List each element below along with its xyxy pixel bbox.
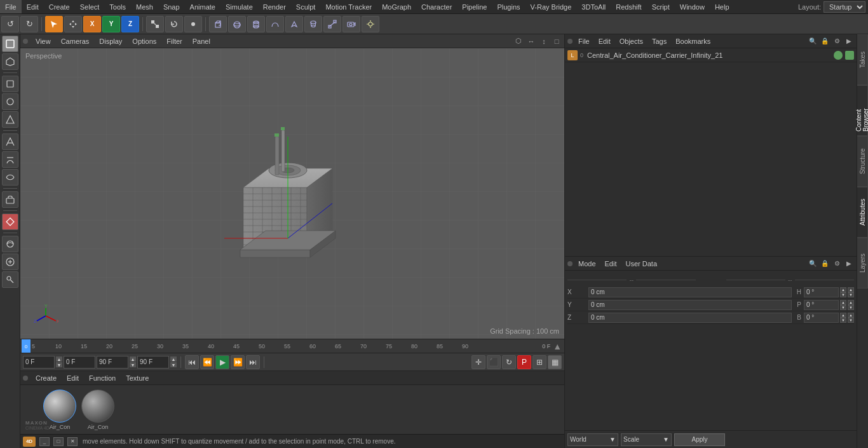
attr-x1-down[interactable]: ▼ [848, 292, 854, 297]
attr-x1-up[interactable]: ▲ [848, 287, 854, 292]
obj-vis-green-2[interactable] [845, 51, 854, 60]
world-dropdown[interactable]: World ▼ [567, 433, 618, 446]
menu-file[interactable]: File [0, 0, 22, 13]
viewport-menu-display[interactable]: Display [97, 37, 125, 46]
sidebar-tool-2[interactable] [2, 93, 18, 110]
menu-pipeline[interactable]: Pipeline [457, 0, 492, 13]
goto-start-button[interactable]: ⏮ [185, 355, 199, 369]
undo-button[interactable]: ↺ [1, 16, 19, 32]
pen-button[interactable] [285, 16, 303, 32]
obj-expand-icon[interactable]: ▶ [844, 36, 854, 46]
sidebar-tool-4[interactable] [2, 133, 18, 150]
obj-vis-green-1[interactable] [834, 51, 843, 60]
attr-input-y1[interactable]: 0 cm [588, 300, 792, 310]
select-tool-button[interactable] [45, 16, 63, 32]
scale2-button[interactable] [184, 16, 202, 32]
current-frame-display[interactable]: 0 F [64, 356, 95, 369]
status-minimize-button[interactable]: _ [39, 437, 50, 446]
attr-z1-down[interactable]: ▼ [848, 318, 854, 323]
menu-redshift[interactable]: Redshift [611, 0, 646, 13]
attr-z1-up[interactable]: ▲ [848, 313, 854, 318]
obj-menu-bookmarks[interactable]: Bookmarks [672, 37, 714, 46]
obj-menu-tags[interactable]: Tags [649, 37, 670, 46]
pc-tool-3[interactable]: ↻ [502, 355, 516, 369]
attr-settings-icon[interactable]: ⚙ [832, 259, 842, 269]
next-frame-button[interactable]: ⏩ [231, 355, 245, 369]
attr-menu-userdata[interactable]: User Data [623, 259, 661, 268]
menu-create[interactable]: Create [44, 0, 75, 13]
pc-tool-1[interactable]: ✛ [471, 355, 485, 369]
layout-select[interactable]: Startup [824, 1, 865, 13]
attr-input-b[interactable]: 0 ° [804, 313, 839, 323]
attr-b-down[interactable]: ▼ [840, 318, 846, 323]
menu-tools[interactable]: Tools [104, 0, 131, 13]
menu-animate[interactable]: Animate [185, 0, 220, 13]
sidebar-tool-5[interactable] [2, 151, 18, 168]
viewport-icon-arrow-v[interactable]: ↕ [539, 36, 549, 46]
menu-mograph[interactable]: MoGraph [377, 0, 416, 13]
attr-input-x1[interactable]: 0 cm [588, 287, 792, 297]
frame-down-button[interactable]: ▼ [56, 362, 62, 367]
apply-button[interactable]: Apply [674, 433, 725, 446]
pc-tool-2[interactable]: ⬛ [487, 355, 501, 369]
sidebar-tool-3[interactable] [2, 111, 18, 128]
viewport-menu-filter[interactable]: Filter [164, 37, 184, 46]
menu-select[interactable]: Select [75, 0, 105, 13]
rotate-z-button[interactable]: Z [121, 16, 139, 32]
move-tool-button[interactable] [64, 16, 82, 32]
pc-record-button[interactable]: P [517, 355, 531, 369]
object-row-ac[interactable]: L 0 Central_Air_Conditioner_Carrier_Infi… [565, 48, 857, 62]
pc-grid-button[interactable]: ⊞ [532, 355, 546, 369]
attr-input-z1[interactable]: 0 cm [588, 313, 792, 323]
light-button[interactable] [362, 16, 379, 32]
attr-h-down[interactable]: ▼ [840, 292, 846, 297]
sidebar-tool-1[interactable] [2, 76, 18, 92]
obj-menu-edit[interactable]: Edit [595, 37, 614, 46]
attr-menu-mode[interactable]: Mode [575, 259, 599, 268]
timeline-bar[interactable]: 0 5 10 15 20 25 30 35 40 45 50 55 60 65 … [20, 339, 564, 353]
menu-sculpt[interactable]: Sculpt [291, 0, 321, 13]
attr-p-down[interactable]: ▼ [840, 305, 846, 310]
camera-button[interactable] [342, 16, 360, 32]
attr-expand-icon[interactable]: ▶ [844, 259, 854, 269]
bezier-button[interactable] [266, 16, 284, 32]
cube-button[interactable] [209, 16, 227, 32]
attr-menu-edit[interactable]: Edit [602, 259, 620, 268]
viewport-menu-options[interactable]: Options [130, 37, 159, 46]
play-button[interactable]: ▶ [215, 355, 229, 369]
goto-end-button[interactable]: ⏭ [246, 355, 260, 369]
max-frame-down-button[interactable]: ▼ [170, 362, 177, 367]
menu-snap[interactable]: Snap [158, 0, 185, 13]
attr-b-up[interactable]: ▲ [840, 313, 846, 318]
max-frame-input[interactable]: 90 F [137, 356, 169, 369]
tab-structure[interactable]: Structure [857, 136, 868, 187]
menu-script[interactable]: Script [647, 0, 675, 13]
viewport-icon-fullscreen[interactable]: □ [552, 36, 562, 46]
sidebar-tool-7[interactable] [2, 191, 18, 208]
redo-button[interactable]: ↻ [20, 16, 38, 32]
menu-window[interactable]: Window [675, 0, 710, 13]
frame-up-button[interactable]: ▲ [56, 356, 62, 362]
menu-plugins[interactable]: Plugins [492, 0, 525, 13]
sidebar-tool-10[interactable] [2, 254, 18, 270]
menu-help[interactable]: Help [710, 0, 735, 13]
scale-dropdown[interactable]: Scale ▼ [621, 433, 672, 446]
material-menu-texture[interactable]: Texture [123, 374, 151, 383]
menu-3dtool[interactable]: 3DToAll [576, 0, 611, 13]
start-frame-input[interactable]: 0 F [23, 356, 55, 369]
viewport-menu-panel[interactable]: Panel [190, 37, 213, 46]
pc-film-button[interactable]: ▦ [548, 355, 562, 369]
menu-character[interactable]: Character [416, 0, 457, 13]
sidebar-tool-11[interactable] [2, 271, 18, 288]
sphere-button[interactable] [228, 16, 246, 32]
attr-search-icon[interactable]: 🔍 [808, 259, 818, 269]
tab-attributes[interactable]: Attributes [857, 187, 868, 238]
menu-motion-tracker[interactable]: Motion Tracker [320, 0, 377, 13]
obj-lock-icon[interactable]: 🔒 [820, 36, 830, 46]
end-frame-down-button[interactable]: ▼ [130, 362, 136, 367]
sidebar-tool-9[interactable] [2, 236, 18, 252]
attr-lock-icon[interactable]: 🔒 [820, 259, 830, 269]
menu-render[interactable]: Render [258, 0, 291, 13]
viewport-menu-view[interactable]: View [33, 37, 53, 46]
end-frame-up-button[interactable]: ▲ [130, 356, 136, 362]
